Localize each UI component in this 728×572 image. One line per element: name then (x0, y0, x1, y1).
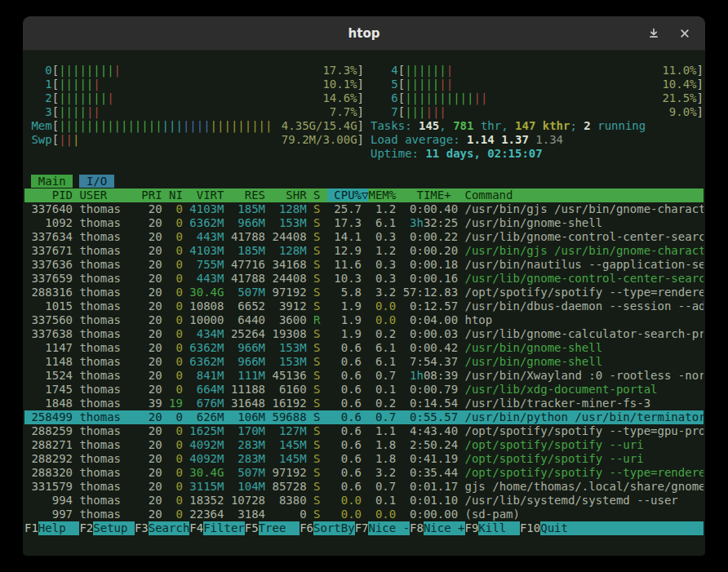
process-row-331579[interactable]: 331579 thomas 20 0 3115M 104M 85728 S 0.… (24, 480, 704, 494)
process-row-337638[interactable]: 337638 thomas 20 0 434M 25264 19308 S 1.… (24, 327, 704, 341)
cell-user: thomas (79, 216, 141, 229)
cell-cpu-percent: 5.8 (327, 286, 369, 299)
fn-action-label: Kill (478, 521, 520, 535)
cell-res: 10728 (231, 494, 273, 507)
cell-state: S (313, 244, 327, 257)
cell-shr: 145M (272, 452, 313, 465)
meter-label: 3 (24, 105, 52, 119)
cell-priority: 39 (141, 397, 169, 410)
cell-command: /usr/bin/gjs /usr/bin/gnome-character (465, 202, 704, 215)
cell-command: /usr/bin/python /usr/bin/terminator (465, 410, 704, 423)
cell-virt: 4092M (189, 438, 231, 451)
cell-command: /usr/bin/gnome-shell (465, 341, 603, 354)
cell-mem-percent: 1.8 (368, 452, 402, 465)
cell-priority: 20 (141, 341, 169, 354)
header-columns[interactable]: MEM% TIME+ Command (368, 188, 513, 202)
tasks-line: Tasks: 145, 781 thr, 147 kthr; 2 running (371, 119, 704, 133)
cell-shr: 19308 (272, 327, 313, 340)
cell-pid: 337560 (24, 313, 79, 326)
cell-res: 41788 (231, 230, 273, 243)
cell-pid: 337659 (24, 272, 79, 285)
process-row-997[interactable]: 997 thomas 20 0 22364 3184 0 S 0.0 0.0 0… (24, 508, 704, 521)
cell-priority: 20 (141, 244, 169, 257)
cell-priority: 20 (141, 327, 169, 340)
cell-shr: 128M (272, 244, 313, 257)
process-row-1148[interactable]: 1148 thomas 20 0 6362M 966M 153M S 0.6 6… (24, 355, 704, 369)
header-columns[interactable]: PID USER PRI NI VIRT RES SHR S (24, 188, 327, 202)
process-row-288259[interactable]: 288259 thomas 20 0 1625M 170M 127M S 0.6… (24, 424, 704, 438)
fn-f7-nice[interactable]: F7Nice - (355, 521, 410, 535)
meter-bar-fill: |||||| (405, 105, 446, 119)
fn-f9-kill[interactable]: F9Kill (465, 521, 520, 535)
meter-value: 9.0% (669, 105, 697, 119)
cell-state: S (313, 424, 327, 437)
cell-mem-percent: 6.1 (368, 355, 402, 368)
cell-virt: 1625M (189, 424, 231, 437)
fn-f4-filter[interactable]: F4Filter (189, 521, 244, 535)
process-row-288292[interactable]: 288292 thomas 20 0 4092M 283M 145M S 0.6… (24, 452, 704, 466)
tab-main[interactable]: Main (31, 175, 73, 188)
cell-virt: 22364 (189, 508, 231, 521)
titlebar[interactable]: htop (23, 16, 705, 51)
text-segment: 1.37 (501, 133, 535, 147)
fn-key: F4 (189, 521, 203, 535)
process-row-258499[interactable]: 258499 thomas 20 0 626M 106M 59688 S 0.6… (24, 410, 704, 424)
fn-key: F8 (410, 521, 424, 535)
fn-action-label: Setup (93, 521, 135, 535)
fn-f8-nice[interactable]: F8Nice + (410, 521, 464, 535)
process-row-1015[interactable]: 1015 thomas 20 0 10808 6652 3912 S 1.9 0… (24, 299, 704, 313)
cell-pid: 1848 (24, 397, 79, 410)
meter-bar-segment: | (93, 78, 100, 91)
cell-time: 0:00.79 (403, 383, 465, 396)
process-row-337634[interactable]: 337634 thomas 20 0 443M 41788 24408 S 14… (24, 230, 704, 244)
cell-virt: 755M (189, 258, 231, 271)
process-row-288316[interactable]: 288316 thomas 20 0 30.4G 507M 97192 S 5.… (24, 286, 704, 299)
cell-res: 283M (231, 438, 273, 451)
meter-bar-segment: |||||||| (59, 64, 113, 77)
tab-io[interactable]: I/O (79, 175, 113, 188)
meter-bar-segment: ||||||| (59, 91, 107, 104)
cell-time: 0:00.16 (403, 272, 465, 285)
fn-f5-tree[interactable]: F5Tree (245, 521, 300, 535)
process-row-337560[interactable]: 337560 thomas 20 0 10000 6440 3600 R 1.9… (24, 313, 704, 327)
cell-nice: 0 (169, 341, 189, 354)
cell-time: 0:41.19 (403, 452, 465, 465)
fn-f3-search[interactable]: F3Search (135, 521, 189, 535)
cell-pid: 258499 (24, 410, 79, 423)
fn-f10-quit[interactable]: F10Quit (520, 521, 582, 535)
process-row-1092[interactable]: 1092 thomas 20 0 6362M 966M 153M S 17.3 … (24, 216, 704, 230)
process-row-994[interactable]: 994 thomas 20 0 18352 10728 8380 S 0.0 0… (24, 494, 704, 508)
meter-value: 7.7% (330, 105, 357, 119)
tab-gap (114, 175, 121, 188)
fn-f6-sortby[interactable]: F6SortBy (300, 521, 354, 535)
process-row-288320[interactable]: 288320 thomas 20 0 30.4G 507M 97192 S 0.… (24, 466, 704, 480)
cell-cpu-percent: 11.6 (327, 258, 369, 271)
cell-command: /usr/bin/gnome-shell (465, 355, 603, 368)
cell-state: S (313, 397, 327, 410)
sort-column-cpu[interactable]: CPU%▽ (327, 188, 369, 202)
fn-f2-setup[interactable]: F2Setup (79, 521, 134, 535)
cell-command: /usr/lib/systemd/systemd --user (465, 494, 678, 507)
process-row-1848[interactable]: 1848 thomas 39 19 676M 31648 16192 S 0.6… (24, 397, 704, 410)
meter-bar-fill: ||||||||| (59, 64, 121, 78)
meter-bar-segment: ||| (405, 105, 425, 118)
cell-virt: 626M (189, 410, 231, 423)
cell-nice: 0 (169, 327, 189, 340)
process-row-1147[interactable]: 1147 thomas 20 0 6362M 966M 153M S 0.6 6… (24, 341, 704, 355)
process-row-288271[interactable]: 288271 thomas 20 0 4092M 283M 145M S 0.6… (24, 438, 704, 452)
scroll-download-button[interactable] (646, 26, 661, 41)
meter-label: 6 (371, 91, 398, 105)
fn-f1-help[interactable]: F1Help (24, 521, 79, 535)
process-row-1524[interactable]: 1524 thomas 20 0 841M 111M 45136 S 0.6 0… (24, 369, 704, 383)
process-row-337636[interactable]: 337636 thomas 20 0 755M 47716 34168 S 11… (24, 258, 704, 272)
cell-cpu-percent: 12.9 (327, 244, 369, 257)
close-button[interactable] (677, 26, 692, 41)
table-header[interactable]: PID USER PRI NI VIRT RES SHR S CPU%▽MEM%… (24, 188, 704, 202)
process-row-337671[interactable]: 337671 thomas 20 0 4103M 185M 128M S 12.… (24, 244, 704, 258)
process-row-1745[interactable]: 1745 thomas 20 0 664M 11188 6160 S 0.6 0… (24, 383, 704, 397)
process-row-337640[interactable]: 337640 thomas 20 0 4103M 185M 128M S 25.… (24, 202, 704, 216)
meter-value: 10.4% (662, 78, 696, 91)
process-row-337659[interactable]: 337659 thomas 20 0 443M 41788 24408 S 10… (24, 272, 704, 286)
cell-priority: 20 (141, 466, 169, 479)
cell-command: /opt/spotify/spotify --uri (465, 452, 644, 465)
